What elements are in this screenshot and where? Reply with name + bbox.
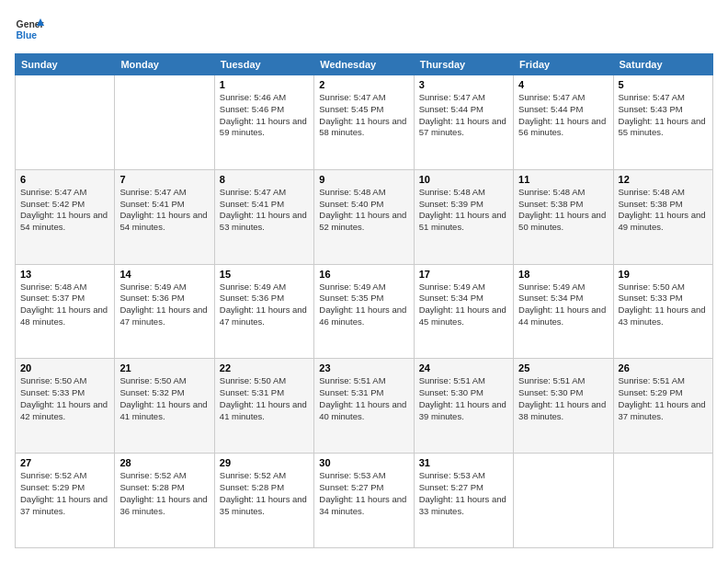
cell-info: Sunrise: 5:49 AM Sunset: 5:36 PM Dayligh… [220, 282, 309, 328]
calendar-cell: 3Sunrise: 5:47 AM Sunset: 5:44 PM Daylig… [414, 75, 513, 170]
cell-day-number: 26 [619, 362, 708, 373]
calendar-week-row: 27Sunrise: 5:52 AM Sunset: 5:29 PM Dayli… [16, 454, 713, 548]
calendar-week-row: 13Sunrise: 5:48 AM Sunset: 5:37 PM Dayli… [16, 264, 713, 359]
calendar-week-row: 6Sunrise: 5:47 AM Sunset: 5:42 PM Daylig… [16, 169, 713, 264]
calendar-cell: 4Sunrise: 5:47 AM Sunset: 5:44 PM Daylig… [514, 75, 613, 170]
cell-day-number: 18 [518, 269, 608, 280]
cell-day-number: 24 [419, 362, 508, 373]
cell-day-number: 11 [518, 174, 608, 185]
calendar-cell: 11Sunrise: 5:48 AM Sunset: 5:38 PM Dayli… [514, 169, 613, 264]
cell-day-number: 20 [20, 362, 109, 373]
calendar-cell [16, 75, 115, 170]
cell-day-number: 6 [20, 174, 109, 185]
calendar-cell: 12Sunrise: 5:48 AM Sunset: 5:38 PM Dayli… [613, 169, 712, 264]
calendar-cell: 17Sunrise: 5:49 AM Sunset: 5:34 PM Dayli… [414, 264, 513, 359]
cell-info: Sunrise: 5:49 AM Sunset: 5:34 PM Dayligh… [419, 282, 508, 328]
cell-day-number: 9 [319, 174, 408, 185]
col-header-friday: Friday [514, 54, 613, 75]
cell-info: Sunrise: 5:48 AM Sunset: 5:38 PM Dayligh… [619, 187, 708, 234]
cell-day-number: 13 [20, 269, 109, 280]
cell-info: Sunrise: 5:47 AM Sunset: 5:44 PM Dayligh… [518, 92, 608, 139]
calendar-cell: 1Sunrise: 5:46 AM Sunset: 5:46 PM Daylig… [214, 75, 313, 170]
cell-info: Sunrise: 5:50 AM Sunset: 5:32 PM Dayligh… [119, 375, 209, 422]
cell-day-number: 28 [119, 457, 209, 468]
cell-day-number: 25 [518, 362, 608, 373]
cell-day-number: 27 [20, 457, 109, 468]
cell-day-number: 16 [319, 269, 408, 280]
cell-day-number: 8 [220, 174, 309, 185]
calendar-cell: 20Sunrise: 5:50 AM Sunset: 5:33 PM Dayli… [16, 359, 115, 454]
calendar-cell: 19Sunrise: 5:50 AM Sunset: 5:33 PM Dayli… [613, 264, 712, 359]
col-header-sunday: Sunday [16, 54, 115, 75]
calendar-cell: 24Sunrise: 5:51 AM Sunset: 5:30 PM Dayli… [414, 359, 513, 454]
cell-info: Sunrise: 5:51 AM Sunset: 5:30 PM Dayligh… [419, 375, 508, 422]
cell-day-number: 1 [220, 79, 309, 90]
cell-day-number: 12 [619, 174, 708, 185]
cell-day-number: 30 [319, 457, 408, 468]
calendar-cell [115, 75, 214, 170]
logo: General Blue [15, 15, 44, 44]
col-header-saturday: Saturday [613, 54, 712, 75]
cell-info: Sunrise: 5:52 AM Sunset: 5:29 PM Dayligh… [20, 470, 109, 517]
cell-info: Sunrise: 5:47 AM Sunset: 5:43 PM Dayligh… [619, 92, 708, 139]
calendar-cell: 5Sunrise: 5:47 AM Sunset: 5:43 PM Daylig… [613, 75, 712, 170]
cell-info: Sunrise: 5:53 AM Sunset: 5:27 PM Dayligh… [319, 470, 408, 517]
cell-day-number: 4 [518, 79, 608, 90]
calendar-cell: 22Sunrise: 5:50 AM Sunset: 5:31 PM Dayli… [214, 359, 313, 454]
calendar-cell: 2Sunrise: 5:47 AM Sunset: 5:45 PM Daylig… [314, 75, 414, 170]
cell-info: Sunrise: 5:53 AM Sunset: 5:27 PM Dayligh… [419, 470, 508, 517]
cell-info: Sunrise: 5:52 AM Sunset: 5:28 PM Dayligh… [119, 470, 209, 517]
calendar-cell: 21Sunrise: 5:50 AM Sunset: 5:32 PM Dayli… [115, 359, 214, 454]
calendar-week-row: 20Sunrise: 5:50 AM Sunset: 5:33 PM Dayli… [16, 359, 713, 454]
cell-day-number: 31 [419, 457, 508, 468]
calendar-cell: 28Sunrise: 5:52 AM Sunset: 5:28 PM Dayli… [115, 454, 214, 548]
calendar-cell: 29Sunrise: 5:52 AM Sunset: 5:28 PM Dayli… [214, 454, 313, 548]
cell-info: Sunrise: 5:47 AM Sunset: 5:44 PM Dayligh… [419, 92, 508, 139]
header: General Blue [15, 15, 713, 44]
cell-day-number: 29 [220, 457, 309, 468]
cell-day-number: 2 [319, 79, 408, 90]
calendar-table: SundayMondayTuesdayWednesdayThursdayFrid… [15, 53, 713, 548]
cell-info: Sunrise: 5:51 AM Sunset: 5:29 PM Dayligh… [619, 375, 708, 422]
cell-day-number: 21 [119, 362, 209, 373]
cell-day-number: 19 [619, 269, 708, 280]
cell-day-number: 22 [220, 362, 309, 373]
calendar-cell: 14Sunrise: 5:49 AM Sunset: 5:36 PM Dayli… [115, 264, 214, 359]
calendar-cell: 26Sunrise: 5:51 AM Sunset: 5:29 PM Dayli… [613, 359, 712, 454]
cell-info: Sunrise: 5:48 AM Sunset: 5:39 PM Dayligh… [419, 187, 508, 234]
calendar-cell: 30Sunrise: 5:53 AM Sunset: 5:27 PM Dayli… [314, 454, 414, 548]
cell-info: Sunrise: 5:51 AM Sunset: 5:31 PM Dayligh… [319, 375, 408, 422]
cell-day-number: 17 [419, 269, 508, 280]
cell-info: Sunrise: 5:47 AM Sunset: 5:41 PM Dayligh… [119, 187, 209, 234]
cell-info: Sunrise: 5:48 AM Sunset: 5:37 PM Dayligh… [20, 282, 109, 328]
cell-info: Sunrise: 5:49 AM Sunset: 5:34 PM Dayligh… [518, 282, 608, 328]
calendar-cell: 8Sunrise: 5:47 AM Sunset: 5:41 PM Daylig… [214, 169, 313, 264]
calendar-cell: 6Sunrise: 5:47 AM Sunset: 5:42 PM Daylig… [16, 169, 115, 264]
cell-info: Sunrise: 5:47 AM Sunset: 5:45 PM Dayligh… [319, 92, 408, 139]
cell-day-number: 7 [119, 174, 209, 185]
svg-text:Blue: Blue [17, 30, 38, 40]
cell-info: Sunrise: 5:50 AM Sunset: 5:31 PM Dayligh… [220, 375, 309, 422]
cell-info: Sunrise: 5:47 AM Sunset: 5:42 PM Dayligh… [20, 187, 109, 234]
cell-day-number: 10 [419, 174, 508, 185]
cell-day-number: 5 [619, 79, 708, 90]
calendar-cell: 9Sunrise: 5:48 AM Sunset: 5:40 PM Daylig… [314, 169, 414, 264]
calendar-cell: 18Sunrise: 5:49 AM Sunset: 5:34 PM Dayli… [514, 264, 613, 359]
cell-info: Sunrise: 5:48 AM Sunset: 5:38 PM Dayligh… [518, 187, 608, 234]
calendar-cell: 7Sunrise: 5:47 AM Sunset: 5:41 PM Daylig… [115, 169, 214, 264]
cell-day-number: 14 [119, 269, 209, 280]
col-header-wednesday: Wednesday [314, 54, 414, 75]
cell-info: Sunrise: 5:50 AM Sunset: 5:33 PM Dayligh… [619, 282, 708, 328]
calendar-cell [613, 454, 712, 548]
cell-info: Sunrise: 5:46 AM Sunset: 5:46 PM Dayligh… [220, 92, 309, 139]
calendar-cell: 25Sunrise: 5:51 AM Sunset: 5:30 PM Dayli… [514, 359, 613, 454]
calendar-week-row: 1Sunrise: 5:46 AM Sunset: 5:46 PM Daylig… [16, 75, 713, 170]
cell-info: Sunrise: 5:48 AM Sunset: 5:40 PM Dayligh… [319, 187, 408, 234]
cell-day-number: 3 [419, 79, 508, 90]
cell-info: Sunrise: 5:49 AM Sunset: 5:36 PM Dayligh… [119, 282, 209, 328]
calendar-cell: 23Sunrise: 5:51 AM Sunset: 5:31 PM Dayli… [314, 359, 414, 454]
calendar-cell: 27Sunrise: 5:52 AM Sunset: 5:29 PM Dayli… [16, 454, 115, 548]
cell-info: Sunrise: 5:49 AM Sunset: 5:35 PM Dayligh… [319, 282, 408, 328]
calendar-cell: 31Sunrise: 5:53 AM Sunset: 5:27 PM Dayli… [414, 454, 513, 548]
cell-info: Sunrise: 5:50 AM Sunset: 5:33 PM Dayligh… [20, 375, 109, 422]
